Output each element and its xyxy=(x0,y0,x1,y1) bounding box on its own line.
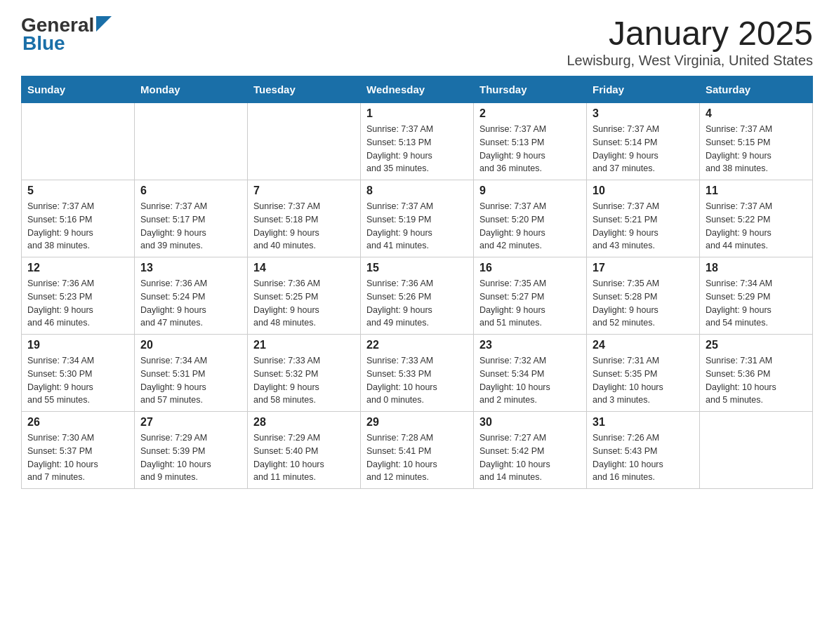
day-info: Sunrise: 7:29 AM Sunset: 5:39 PM Dayligh… xyxy=(140,431,241,484)
table-row: 22Sunrise: 7:33 AM Sunset: 5:33 PM Dayli… xyxy=(361,335,474,412)
day-number: 4 xyxy=(706,107,807,120)
header-monday: Monday xyxy=(135,76,248,103)
day-number: 13 xyxy=(140,262,241,274)
table-row xyxy=(248,103,361,180)
table-row: 21Sunrise: 7:33 AM Sunset: 5:32 PM Dayli… xyxy=(248,335,361,412)
day-number: 28 xyxy=(253,416,355,429)
table-row xyxy=(700,412,813,489)
day-info: Sunrise: 7:37 AM Sunset: 5:20 PM Dayligh… xyxy=(479,200,581,253)
day-info: Sunrise: 7:37 AM Sunset: 5:18 PM Dayligh… xyxy=(253,200,355,253)
day-info: Sunrise: 7:36 AM Sunset: 5:26 PM Dayligh… xyxy=(366,277,468,330)
calendar-week-row: 12Sunrise: 7:36 AM Sunset: 5:23 PM Dayli… xyxy=(22,257,813,335)
calendar-header-row: Sunday Monday Tuesday Wednesday Thursday… xyxy=(22,76,813,103)
day-number: 18 xyxy=(706,262,807,274)
day-number: 5 xyxy=(27,185,128,197)
day-number: 15 xyxy=(366,262,468,274)
table-row: 11Sunrise: 7:37 AM Sunset: 5:22 PM Dayli… xyxy=(700,180,813,257)
table-row: 25Sunrise: 7:31 AM Sunset: 5:36 PM Dayli… xyxy=(700,335,813,412)
day-info: Sunrise: 7:37 AM Sunset: 5:16 PM Dayligh… xyxy=(27,200,128,253)
day-number: 14 xyxy=(253,262,355,274)
day-number: 31 xyxy=(593,416,694,429)
table-row: 6Sunrise: 7:37 AM Sunset: 5:17 PM Daylig… xyxy=(135,180,248,257)
day-number: 3 xyxy=(593,107,694,120)
table-row xyxy=(22,103,135,180)
day-number: 26 xyxy=(27,416,128,429)
header-sunday: Sunday xyxy=(22,76,135,103)
day-number: 9 xyxy=(479,185,581,197)
day-info: Sunrise: 7:33 AM Sunset: 5:33 PM Dayligh… xyxy=(366,354,468,407)
table-row: 10Sunrise: 7:37 AM Sunset: 5:21 PM Dayli… xyxy=(587,180,700,257)
table-row: 4Sunrise: 7:37 AM Sunset: 5:15 PM Daylig… xyxy=(700,103,813,180)
day-info: Sunrise: 7:30 AM Sunset: 5:37 PM Dayligh… xyxy=(27,431,128,484)
day-info: Sunrise: 7:36 AM Sunset: 5:24 PM Dayligh… xyxy=(140,277,241,330)
calendar-week-row: 1Sunrise: 7:37 AM Sunset: 5:13 PM Daylig… xyxy=(22,103,813,180)
day-number: 8 xyxy=(366,185,468,197)
day-info: Sunrise: 7:37 AM Sunset: 5:14 PM Dayligh… xyxy=(593,123,694,175)
day-number: 7 xyxy=(253,185,355,197)
header-saturday: Saturday xyxy=(700,76,813,103)
calendar-week-row: 26Sunrise: 7:30 AM Sunset: 5:37 PM Dayli… xyxy=(22,412,813,489)
day-info: Sunrise: 7:32 AM Sunset: 5:34 PM Dayligh… xyxy=(479,354,581,407)
day-info: Sunrise: 7:34 AM Sunset: 5:31 PM Dayligh… xyxy=(140,354,241,407)
day-info: Sunrise: 7:37 AM Sunset: 5:22 PM Dayligh… xyxy=(706,200,807,253)
table-row: 28Sunrise: 7:29 AM Sunset: 5:40 PM Dayli… xyxy=(248,412,361,489)
table-row: 26Sunrise: 7:30 AM Sunset: 5:37 PM Dayli… xyxy=(22,412,135,489)
table-row: 8Sunrise: 7:37 AM Sunset: 5:19 PM Daylig… xyxy=(361,180,474,257)
day-info: Sunrise: 7:33 AM Sunset: 5:32 PM Dayligh… xyxy=(253,354,355,407)
table-row: 2Sunrise: 7:37 AM Sunset: 5:13 PM Daylig… xyxy=(474,103,587,180)
day-number: 10 xyxy=(593,185,694,197)
day-info: Sunrise: 7:31 AM Sunset: 5:36 PM Dayligh… xyxy=(706,354,807,407)
table-row: 13Sunrise: 7:36 AM Sunset: 5:24 PM Dayli… xyxy=(135,257,248,335)
table-row: 7Sunrise: 7:37 AM Sunset: 5:18 PM Daylig… xyxy=(248,180,361,257)
day-number: 30 xyxy=(479,416,581,429)
day-info: Sunrise: 7:37 AM Sunset: 5:19 PM Dayligh… xyxy=(366,200,468,253)
day-info: Sunrise: 7:37 AM Sunset: 5:13 PM Dayligh… xyxy=(479,123,581,175)
day-number: 19 xyxy=(27,339,128,351)
table-row: 9Sunrise: 7:37 AM Sunset: 5:20 PM Daylig… xyxy=(474,180,587,257)
header-friday: Friday xyxy=(587,76,700,103)
table-row: 17Sunrise: 7:35 AM Sunset: 5:28 PM Dayli… xyxy=(587,257,700,335)
table-row xyxy=(135,103,248,180)
calendar-week-row: 5Sunrise: 7:37 AM Sunset: 5:16 PM Daylig… xyxy=(22,180,813,257)
table-row: 31Sunrise: 7:26 AM Sunset: 5:43 PM Dayli… xyxy=(587,412,700,489)
table-row: 27Sunrise: 7:29 AM Sunset: 5:39 PM Dayli… xyxy=(135,412,248,489)
day-info: Sunrise: 7:35 AM Sunset: 5:27 PM Dayligh… xyxy=(479,277,581,330)
day-info: Sunrise: 7:27 AM Sunset: 5:42 PM Dayligh… xyxy=(479,431,581,484)
header-tuesday: Tuesday xyxy=(248,76,361,103)
calendar-table: Sunday Monday Tuesday Wednesday Thursday… xyxy=(21,76,813,489)
day-number: 24 xyxy=(593,339,694,351)
day-number: 27 xyxy=(140,416,241,429)
day-number: 17 xyxy=(593,262,694,274)
header-wednesday: Wednesday xyxy=(361,76,474,103)
table-row: 18Sunrise: 7:34 AM Sunset: 5:29 PM Dayli… xyxy=(700,257,813,335)
day-number: 20 xyxy=(140,339,241,351)
page-subtitle: Lewisburg, West Virginia, United States xyxy=(567,53,813,69)
table-row: 1Sunrise: 7:37 AM Sunset: 5:13 PM Daylig… xyxy=(361,103,474,180)
table-row: 29Sunrise: 7:28 AM Sunset: 5:41 PM Dayli… xyxy=(361,412,474,489)
table-row: 20Sunrise: 7:34 AM Sunset: 5:31 PM Dayli… xyxy=(135,335,248,412)
day-info: Sunrise: 7:34 AM Sunset: 5:30 PM Dayligh… xyxy=(27,354,128,407)
day-info: Sunrise: 7:26 AM Sunset: 5:43 PM Dayligh… xyxy=(593,431,694,484)
day-number: 22 xyxy=(366,339,468,351)
table-row: 16Sunrise: 7:35 AM Sunset: 5:27 PM Dayli… xyxy=(474,257,587,335)
table-row: 12Sunrise: 7:36 AM Sunset: 5:23 PM Dayli… xyxy=(22,257,135,335)
page-header: General Blue January 2025 Lewisburg, Wes… xyxy=(21,14,813,69)
day-info: Sunrise: 7:36 AM Sunset: 5:25 PM Dayligh… xyxy=(253,277,355,330)
page-title: January 2025 xyxy=(567,14,813,53)
day-info: Sunrise: 7:29 AM Sunset: 5:40 PM Dayligh… xyxy=(253,431,355,484)
header-thursday: Thursday xyxy=(474,76,587,103)
svg-marker-0 xyxy=(96,16,112,32)
logo-arrow-icon xyxy=(95,16,112,34)
table-row: 30Sunrise: 7:27 AM Sunset: 5:42 PM Dayli… xyxy=(474,412,587,489)
title-section: January 2025 Lewisburg, West Virginia, U… xyxy=(567,14,813,69)
day-info: Sunrise: 7:31 AM Sunset: 5:35 PM Dayligh… xyxy=(593,354,694,407)
day-info: Sunrise: 7:34 AM Sunset: 5:29 PM Dayligh… xyxy=(706,277,807,330)
table-row: 15Sunrise: 7:36 AM Sunset: 5:26 PM Dayli… xyxy=(361,257,474,335)
day-info: Sunrise: 7:35 AM Sunset: 5:28 PM Dayligh… xyxy=(593,277,694,330)
day-number: 2 xyxy=(479,107,581,120)
day-number: 29 xyxy=(366,416,468,429)
day-number: 25 xyxy=(706,339,807,351)
day-info: Sunrise: 7:37 AM Sunset: 5:21 PM Dayligh… xyxy=(593,200,694,253)
day-number: 23 xyxy=(479,339,581,351)
day-info: Sunrise: 7:28 AM Sunset: 5:41 PM Dayligh… xyxy=(366,431,468,484)
